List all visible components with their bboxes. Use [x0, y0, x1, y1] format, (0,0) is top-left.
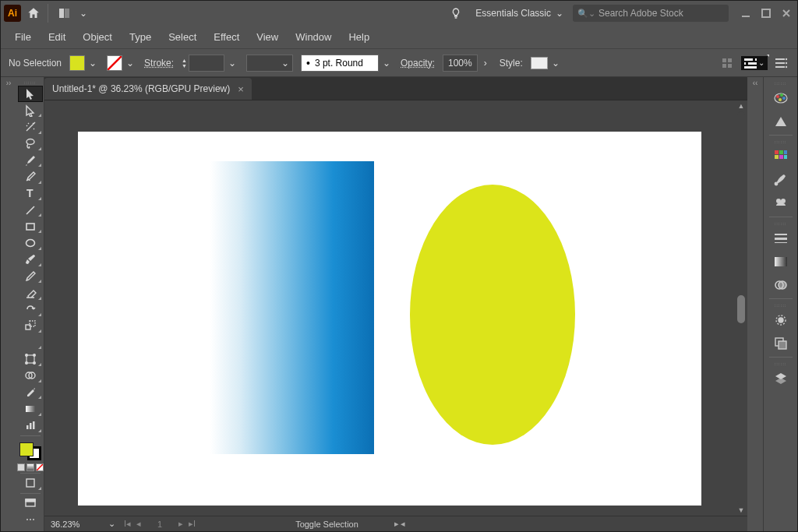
chevron-down-icon: ⌄: [226, 55, 238, 71]
document-area: Untitled-1* @ 36.23% (RGB/GPU Preview) ×…: [44, 77, 747, 531]
menu-type[interactable]: Type: [123, 28, 157, 46]
stock-search-input[interactable]: 🔍⌄ Search Adobe Stock: [573, 5, 729, 22]
lasso-tool[interactable]: [18, 136, 43, 152]
rotate-tool[interactable]: [18, 301, 43, 318]
opacity-control[interactable]: 100% ›: [443, 55, 492, 72]
curvature-tool[interactable]: [18, 168, 43, 185]
fill-color-control[interactable]: ⌄: [69, 55, 99, 71]
shape-builder-tool[interactable]: [18, 368, 43, 384]
eyedropper-tool[interactable]: [18, 384, 43, 400]
edit-toolbar-button[interactable]: ⋯: [18, 512, 43, 528]
grip-icon[interactable]: ::::::: [769, 361, 793, 367]
eraser-tool[interactable]: [18, 284, 43, 301]
next-artboard-icon[interactable]: ▸: [177, 519, 185, 529]
ellipse-tool[interactable]: [18, 234, 43, 251]
expand-left-arrows[interactable]: ››: [1, 77, 16, 531]
gradient-rectangle-shape[interactable]: [210, 161, 374, 454]
document-setup-icon[interactable]: [719, 55, 735, 71]
screen-mode-tool[interactable]: [18, 495, 43, 511]
transparency-panel[interactable]: [768, 273, 794, 297]
home-button[interactable]: [24, 4, 43, 23]
menu-object[interactable]: Object: [76, 28, 118, 46]
canvas-viewport[interactable]: ▲ ▼: [44, 100, 747, 516]
artboard[interactable]: [78, 132, 701, 506]
appearance-panel[interactable]: [768, 308, 794, 332]
pen-tool[interactable]: [18, 152, 43, 168]
paintbrush-tool[interactable]: [18, 252, 43, 268]
stroke-panel[interactable]: [768, 227, 794, 250]
direct-selection-tool[interactable]: [18, 102, 43, 118]
draw-mode-tool[interactable]: [18, 474, 43, 491]
workspace-switcher[interactable]: Essentials Classic ⌄: [469, 5, 570, 22]
magic-wand-tool[interactable]: [18, 118, 43, 135]
stroke-weight-control[interactable]: ▲▼ ⌄: [182, 55, 238, 72]
type-tool[interactable]: T: [18, 185, 43, 202]
vertical-scrollbar[interactable]: ▲ ▼: [735, 100, 747, 516]
swatches-panel[interactable]: [768, 145, 794, 168]
panel-menu-icon[interactable]: [774, 55, 789, 71]
search-help-icon[interactable]: [446, 5, 466, 22]
line-segment-tool[interactable]: [18, 202, 43, 218]
horizontal-scroll-arrows[interactable]: ▸◂: [394, 519, 405, 529]
variable-width-profile[interactable]: ⌄: [246, 55, 293, 72]
svg-rect-9: [744, 66, 757, 69]
stroke-weight-value[interactable]: [189, 55, 224, 72]
scroll-thumb[interactable]: [737, 295, 745, 323]
first-artboard-icon[interactable]: I◂: [122, 519, 132, 529]
column-graph-tool[interactable]: [18, 417, 43, 434]
artboard-nav[interactable]: I◂ ◂ 1 ▸ ▸I: [122, 519, 197, 529]
arrange-documents-button[interactable]: ⌄: [53, 5, 87, 22]
document-tab[interactable]: Untitled-1* @ 36.23% (RGB/GPU Preview) ×: [44, 78, 252, 100]
selection-tool[interactable]: [18, 86, 43, 103]
pencil-tool[interactable]: [18, 268, 43, 284]
stroke-color-control[interactable]: ⌄: [107, 55, 136, 71]
grip-icon[interactable]: ::::::: [769, 302, 793, 308]
menu-help[interactable]: Help: [342, 28, 376, 46]
brushes-panel[interactable]: [768, 168, 794, 192]
prev-artboard-icon[interactable]: ◂: [135, 519, 143, 529]
svg-rect-21: [26, 224, 34, 230]
color-panel[interactable]: [768, 86, 794, 110]
menu-effect[interactable]: Effect: [207, 28, 245, 46]
yellow-ellipse-shape[interactable]: [410, 185, 575, 445]
preferences-icon[interactable]: ⌄: [741, 56, 768, 70]
chevron-down-icon[interactable]: ⌄: [105, 516, 118, 532]
menu-file[interactable]: File: [9, 28, 37, 46]
symbols-panel[interactable]: [768, 192, 794, 215]
close-icon[interactable]: ×: [238, 83, 244, 95]
menu-edit[interactable]: Edit: [42, 28, 72, 46]
scroll-down-arrow-icon[interactable]: ▼: [735, 505, 747, 516]
free-transform-tool[interactable]: [18, 351, 43, 367]
scale-tool[interactable]: [18, 318, 43, 334]
expand-right-arrows[interactable]: ‹‹: [747, 77, 763, 531]
layers-panel[interactable]: [768, 367, 794, 390]
color-mode-row[interactable]: [17, 463, 44, 471]
svg-rect-4: [728, 58, 732, 62]
svg-marker-45: [775, 117, 786, 126]
graphic-style-control[interactable]: ⌄: [531, 55, 562, 71]
gradient-tool[interactable]: [18, 400, 43, 417]
rectangle-tool[interactable]: [18, 218, 43, 234]
fill-stroke-control[interactable]: [19, 442, 41, 460]
close-button[interactable]: [779, 5, 794, 21]
document-tab-title: Untitled-1* @ 36.23% (RGB/GPU Preview): [52, 83, 230, 94]
menu-select[interactable]: Select: [162, 28, 203, 46]
artboard-number[interactable]: 1: [145, 520, 175, 529]
maximize-button[interactable]: [758, 5, 774, 21]
brush-definition[interactable]: • 3 pt. Round ⌄: [301, 55, 393, 72]
svg-point-17: [786, 65, 787, 67]
grip-icon[interactable]: ::::::: [769, 139, 793, 145]
zoom-level[interactable]: 36.23%: [48, 517, 101, 531]
svg-rect-39: [26, 499, 35, 502]
color-guide-panel[interactable]: [768, 110, 794, 133]
gradient-panel[interactable]: [768, 250, 794, 273]
grip-icon[interactable]: ::::::: [769, 80, 793, 86]
scroll-up-arrow-icon[interactable]: ▲: [735, 100, 747, 111]
minimize-button[interactable]: [738, 5, 754, 21]
width-tool[interactable]: [18, 334, 43, 351]
menu-view[interactable]: View: [250, 28, 284, 46]
graphic-styles-panel[interactable]: [768, 332, 794, 355]
menu-window[interactable]: Window: [289, 28, 337, 46]
grip-icon[interactable]: ::::::: [769, 220, 793, 227]
last-artboard-icon[interactable]: ▸I: [187, 519, 197, 529]
